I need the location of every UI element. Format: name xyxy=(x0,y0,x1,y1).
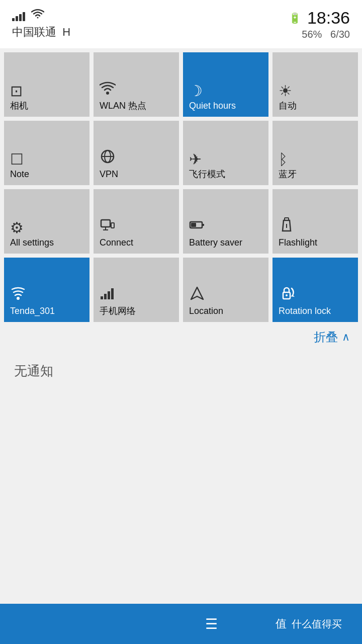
tile-wlan-hotspot[interactable]: WLAN 热点 xyxy=(94,52,179,117)
tile-location[interactable]: Location xyxy=(183,258,268,322)
svg-rect-17 xyxy=(111,288,114,299)
collapse-label: 折叠 xyxy=(314,329,338,345)
taskbar-center: ☰ xyxy=(148,616,276,632)
tile-camera[interactable]: ⊡ 相机 xyxy=(4,52,89,117)
taskbar-right: 值 什么值得买 xyxy=(276,616,342,631)
location-icon xyxy=(189,285,262,304)
svg-rect-4 xyxy=(101,220,110,227)
svg-point-0 xyxy=(106,92,109,95)
svg-point-13 xyxy=(17,297,20,300)
connect-icon xyxy=(100,217,173,235)
rotation-lock-icon xyxy=(279,285,352,304)
time-battery-line: 🔋 18:36 xyxy=(289,8,350,28)
bluetooth-label: 蓝牙 xyxy=(279,169,352,180)
quiet-hours-icon: ☽ xyxy=(189,83,262,99)
quick-tiles-container: ⊡ 相机 WLAN 热点 ☽ Quiet hours ☀ 自动 ☐ Note V… xyxy=(0,48,362,322)
status-right: 🔋 18:36 56% 6/30 xyxy=(289,8,350,40)
note-icon: ☐ xyxy=(10,151,83,167)
tenda-icon xyxy=(10,285,83,304)
all-settings-label: All settings xyxy=(10,237,83,249)
flashlight-label: Flashlight xyxy=(279,237,352,249)
location-label: Location xyxy=(189,306,262,317)
vpn-icon xyxy=(100,148,173,167)
tile-note[interactable]: ☐ Note xyxy=(4,121,89,185)
camera-label: 相机 xyxy=(10,101,83,112)
svg-rect-10 xyxy=(191,223,196,227)
tile-bluetooth[interactable]: ᛒ 蓝牙 xyxy=(273,121,358,185)
tenda-label: Tenda_301 xyxy=(10,306,83,317)
vpn-label: VPN xyxy=(100,169,173,180)
tile-vpn[interactable]: VPN xyxy=(94,121,179,185)
airplane-icon: ✈ xyxy=(189,151,262,167)
svg-point-19 xyxy=(286,294,288,296)
svg-rect-14 xyxy=(101,296,103,299)
airplane-label: 飞行模式 xyxy=(189,169,262,180)
status-left: 中国联通 H xyxy=(12,9,70,40)
all-settings-icon: ⚙ xyxy=(10,219,83,235)
svg-marker-20 xyxy=(291,295,295,297)
wifi-icon xyxy=(31,9,44,23)
battery-saver-icon xyxy=(189,217,262,235)
status-icons xyxy=(12,9,70,23)
auto-brightness-label: 自动 xyxy=(279,101,352,112)
battery-saver-label: Battery saver xyxy=(189,237,262,249)
auto-brightness-icon: ☀ xyxy=(279,83,352,99)
battery-date: 56% 6/30 xyxy=(302,29,350,40)
cellular-label: 手机网络 xyxy=(100,306,173,317)
tile-all-settings[interactable]: ⚙ All settings xyxy=(4,189,89,254)
svg-rect-15 xyxy=(104,294,107,299)
flashlight-icon xyxy=(279,217,352,235)
tile-connect[interactable]: Connect xyxy=(94,189,179,254)
taskbar: ☰ 值 什么值得买 xyxy=(0,604,362,644)
carrier-network: 中国联通 H xyxy=(12,25,70,40)
taskbar-logo: 什么值得买 xyxy=(292,617,342,631)
tile-cellular[interactable]: 手机网络 xyxy=(94,258,179,322)
tile-tenda[interactable]: Tenda_301 xyxy=(4,258,89,322)
tile-flashlight[interactable]: Flashlight xyxy=(273,189,358,254)
quiet-hours-label: Quiet hours xyxy=(189,101,262,112)
tile-auto-brightness[interactable]: ☀ 自动 xyxy=(273,52,358,117)
time-display: 18:36 xyxy=(307,8,350,28)
bluetooth-icon: ᛒ xyxy=(279,151,352,167)
tile-quiet-hours[interactable]: ☽ Quiet hours xyxy=(183,52,268,117)
svg-rect-5 xyxy=(111,223,114,228)
connect-label: Connect xyxy=(100,237,173,249)
notifications-area: 无通知 xyxy=(0,352,362,390)
cellular-icon xyxy=(100,285,173,304)
svg-rect-16 xyxy=(108,291,110,299)
wlan-hotspot-label: WLAN 热点 xyxy=(100,101,173,112)
svg-rect-9 xyxy=(202,224,204,226)
collapse-bar: 折叠 ∧ xyxy=(0,322,362,352)
tile-rotation-lock[interactable]: Rotation lock xyxy=(273,258,358,322)
status-bar: 中国联通 H 🔋 18:36 56% 6/30 xyxy=(0,0,362,48)
rotation-lock-label: Rotation lock xyxy=(279,306,352,317)
signal-icon xyxy=(12,10,25,21)
hamburger-icon: ☰ xyxy=(205,616,219,632)
no-notification-text: 无通知 xyxy=(14,363,53,378)
wlan-hotspot-icon xyxy=(100,80,173,99)
collapse-button[interactable]: 折叠 ∧ xyxy=(314,329,350,345)
camera-icon: ⊡ xyxy=(10,83,83,99)
tiles-grid: ⊡ 相机 WLAN 热点 ☽ Quiet hours ☀ 自动 ☐ Note V… xyxy=(4,52,358,322)
chevron-up-icon: ∧ xyxy=(342,331,350,344)
zhide-icon: 值 xyxy=(276,616,287,631)
tile-airplane[interactable]: ✈ 飞行模式 xyxy=(183,121,268,185)
note-label: Note xyxy=(10,169,83,180)
battery-icon: 🔋 xyxy=(289,12,301,24)
tile-battery-saver[interactable]: Battery saver xyxy=(183,189,268,254)
